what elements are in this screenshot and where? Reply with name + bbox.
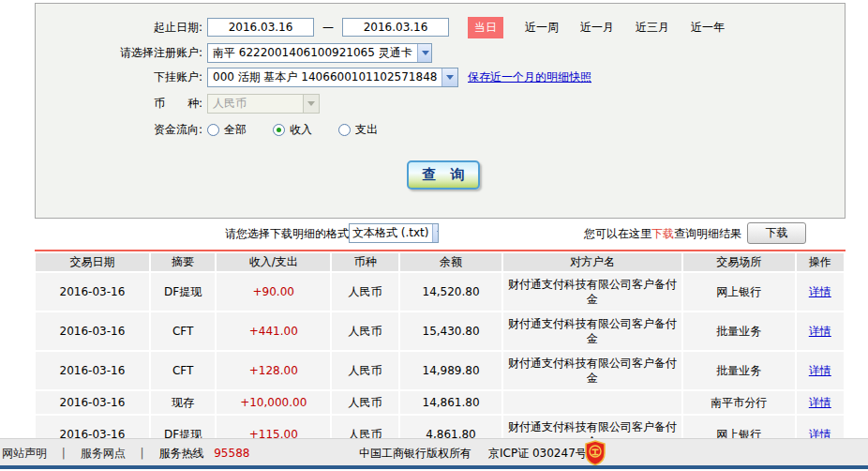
footer-hotline-label: 服务热线 xyxy=(158,447,203,460)
fund-flow-label: 资金流向: xyxy=(41,122,202,138)
col-header-place: 交易场所 xyxy=(683,253,795,271)
detail-link[interactable]: 详情 xyxy=(809,396,831,409)
radio-flow-all[interactable]: 全部 xyxy=(207,122,247,138)
table-row: 2016-03-16 CFT +128.00 人民币 14,989.80 财付通… xyxy=(36,352,844,389)
col-header-counterparty: 对方户名 xyxy=(503,253,681,271)
currency-row: 币 种: 人民币 xyxy=(41,93,839,114)
footer-hotline-number: 95588 xyxy=(214,447,249,460)
footer-separator: | xyxy=(62,447,66,460)
download-hint-emphasis: 下载 xyxy=(651,227,674,240)
footer-icp: 京ICP证 030247号 xyxy=(488,446,587,462)
detail-link[interactable]: 详情 xyxy=(809,285,831,298)
radio-flow-all-label: 全部 xyxy=(224,122,247,138)
cell-balance: 14,520.80 xyxy=(400,273,502,311)
cell-place: 南平市分行 xyxy=(683,391,795,414)
registered-account-row: 请选择注册账户: 南平 6222001406100921065 灵通卡 xyxy=(41,42,839,63)
footer-bottom-bar xyxy=(0,465,868,469)
quick-range-month-link[interactable]: 近一月 xyxy=(580,20,614,36)
cell-place: 批量业务 xyxy=(683,352,795,389)
cell-balance: 14,989.80 xyxy=(400,352,502,389)
col-header-balance: 余额 xyxy=(400,253,502,271)
table-row: 2016-03-16 现存 +10,000.00 人民币 14,861.80 南… xyxy=(36,391,844,414)
table-row: 2016-03-16 CFT +441.00 人民币 15,430.80 财付通… xyxy=(36,312,844,350)
col-header-date: 交易日期 xyxy=(36,253,149,271)
icp-badge-icon[interactable] xyxy=(584,440,606,465)
footer-link-statement[interactable]: 网站声明 xyxy=(2,447,47,460)
cell-date: 2016-03-16 xyxy=(36,391,149,414)
table-row: 2016-03-16 DF提现 +90.00 人民币 14,520.80 财付通… xyxy=(36,273,844,311)
cell-amount: +441.00 xyxy=(217,312,330,350)
cell-currency: 人民币 xyxy=(332,352,397,389)
download-format-value: 文本格式 (.txt) xyxy=(350,225,432,241)
col-header-currency: 币种 xyxy=(332,253,397,271)
cell-balance: 14,861.80 xyxy=(400,391,502,414)
footer-copyright: 中国工商银行版权所有 xyxy=(359,446,471,462)
cell-summary: CFT xyxy=(151,352,215,389)
quick-range-week-link[interactable]: 近一周 xyxy=(525,20,559,36)
chevron-down-icon[interactable] xyxy=(417,44,432,62)
cell-date: 2016-03-16 xyxy=(36,273,149,311)
detail-link[interactable]: 详情 xyxy=(809,325,831,338)
footer-link-branches[interactable]: 服务网点 xyxy=(81,447,126,460)
cell-summary: CFT xyxy=(151,312,215,350)
radio-flow-income[interactable]: 收入 xyxy=(273,122,312,138)
sub-account-select[interactable]: 000 活期 基本户 1406600101102571848 xyxy=(207,68,458,87)
quick-range-quarter-link[interactable]: 近三月 xyxy=(636,20,669,36)
query-button[interactable]: 查 询 xyxy=(407,160,480,190)
chevron-down-icon[interactable] xyxy=(432,224,439,242)
fund-flow-row: 资金流向: 全部 收入 支出 xyxy=(41,119,839,140)
radio-icon[interactable] xyxy=(338,124,351,136)
table-header-row: 交易日期 摘要 收入/支出 币种 余额 对方户名 交易场所 操作 xyxy=(36,253,844,271)
radio-selected-icon[interactable] xyxy=(273,124,285,136)
download-button[interactable]: 下载 xyxy=(747,222,806,244)
download-format-label: 请您选择下载明细的格式 xyxy=(225,226,349,242)
date-from-input[interactable] xyxy=(207,18,314,37)
save-snapshot-link[interactable]: 保存近一个月的明细快照 xyxy=(468,69,591,85)
query-form-panel: 起止日期: — 当日 近一周 近一月 近三月 近一年 请选择注册账户: 南平 6… xyxy=(35,3,846,219)
radio-flow-expense[interactable]: 支出 xyxy=(338,122,378,138)
cell-place: 批量业务 xyxy=(683,312,795,350)
download-hint-prefix: 您可以在这里 xyxy=(584,227,651,240)
cell-summary: DF提现 xyxy=(151,273,215,311)
radio-flow-expense-label: 支出 xyxy=(355,122,378,138)
sub-account-value: 000 活期 基本户 1406600101102571848 xyxy=(208,69,441,85)
download-hint-suffix: 查询明细结果 xyxy=(674,227,741,240)
registered-account-select[interactable]: 南平 6222001406100921065 灵通卡 xyxy=(207,43,432,63)
download-format-select[interactable]: 文本格式 (.txt) xyxy=(349,223,439,243)
sub-account-label: 下挂账户: xyxy=(41,69,202,85)
chevron-down-icon[interactable] xyxy=(441,68,457,86)
radio-flow-income-label: 收入 xyxy=(290,122,312,138)
footer: 网站声明 | 服务网点 | 服务热线 95588 中国工商银行版权所有 京ICP… xyxy=(0,438,868,465)
cell-amount: +90.00 xyxy=(217,273,330,311)
download-hint: 您可以在这里下载查询明细结果 xyxy=(584,226,741,242)
cell-counterparty: 财付通支付科技有限公司客户备付金 xyxy=(503,352,681,389)
currency-select-disabled: 人民币 xyxy=(207,94,320,114)
radio-icon[interactable] xyxy=(207,124,219,136)
registered-account-label: 请选择注册账户: xyxy=(41,45,202,61)
cell-currency: 人民币 xyxy=(332,273,397,311)
cell-date: 2016-03-16 xyxy=(36,312,149,350)
cell-place: 网上银行 xyxy=(683,273,795,311)
transactions-table: 交易日期 摘要 收入/支出 币种 余额 对方户名 交易场所 操作 2016-03… xyxy=(34,251,846,455)
cell-currency: 人民币 xyxy=(332,391,397,414)
cell-amount: +10,000.00 xyxy=(217,391,330,414)
col-header-summary: 摘要 xyxy=(151,253,215,271)
cell-counterparty xyxy=(503,391,681,414)
quick-range-today-button[interactable]: 当日 xyxy=(468,17,503,38)
col-header-action: 操作 xyxy=(797,253,844,271)
footer-separator: | xyxy=(141,447,144,460)
date-dash: — xyxy=(322,21,334,34)
cell-currency: 人民币 xyxy=(332,312,397,350)
date-range-label: 起止日期: xyxy=(41,20,202,36)
detail-link[interactable]: 详情 xyxy=(809,364,831,377)
cell-counterparty: 财付通支付科技有限公司客户备付金 xyxy=(503,312,681,350)
cell-counterparty: 财付通支付科技有限公司客户备付金 xyxy=(503,273,681,311)
sub-account-row: 下挂账户: 000 活期 基本户 1406600101102571848 保存近… xyxy=(41,67,839,87)
cell-amount: +128.00 xyxy=(217,352,330,389)
quick-range-year-link[interactable]: 近一年 xyxy=(691,20,725,36)
footer-nav: 网站声明 | 服务网点 | 服务热线 95588 xyxy=(2,446,249,462)
cell-date: 2016-03-16 xyxy=(36,352,149,389)
date-range-row: 起止日期: — 当日 近一周 近一月 近三月 近一年 xyxy=(41,17,839,38)
date-to-input[interactable] xyxy=(342,18,449,37)
cell-summary: 现存 xyxy=(151,391,215,414)
